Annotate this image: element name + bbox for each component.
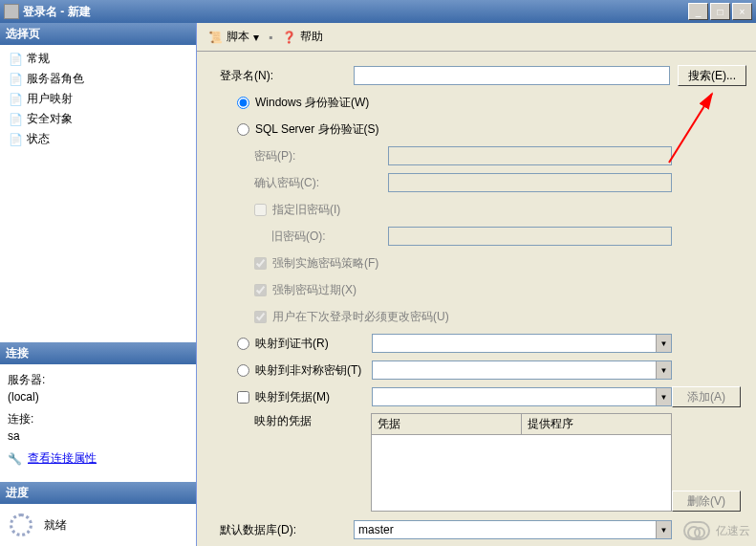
cred-table-body[interactable] xyxy=(371,435,672,512)
enforce-expire-checkbox xyxy=(254,284,267,296)
close-button[interactable]: × xyxy=(732,3,752,20)
map-cred-label: 映射到凭据(M) xyxy=(255,389,372,405)
page-icon: 📄 xyxy=(8,132,23,147)
server-value: (local) xyxy=(8,390,188,404)
enforce-policy-checkbox xyxy=(254,257,267,270)
enforce-policy-label: 强制实施密码策略(F) xyxy=(272,255,378,272)
script-button[interactable]: 📜脚本▾ xyxy=(205,27,263,47)
login-name-input[interactable] xyxy=(354,66,670,85)
cred-col-credential: 凭据 xyxy=(372,414,522,434)
page-status[interactable]: 📄状态 xyxy=(4,129,192,149)
page-icon: 📄 xyxy=(8,92,23,107)
progress-header: 进度 xyxy=(0,482,196,504)
default-db-combo[interactable]: master▼ xyxy=(354,520,672,539)
page-server-roles[interactable]: 📄服务器角色 xyxy=(4,69,192,89)
maximize-button[interactable]: □ xyxy=(710,3,730,20)
search-button[interactable]: 搜索(E)... xyxy=(678,65,746,86)
enforce-expire-label: 强制密码过期(X) xyxy=(272,282,356,298)
sql-auth-label: SQL Server 身份验证(S) xyxy=(255,121,379,138)
form-area: 登录名(N): 搜索(E)... Windows 身份验证(W) SQL Ser… xyxy=(197,52,756,546)
page-general[interactable]: 📄常规 xyxy=(4,49,192,69)
asym-combo[interactable]: ▼ xyxy=(372,360,672,380)
page-tree: 📄常规 📄服务器角色 📄用户映射 📄安全对象 📄状态 xyxy=(0,45,196,153)
select-page-header: 选择页 xyxy=(0,23,196,45)
progress-status: 就绪 xyxy=(44,517,67,534)
map-asym-label: 映射到非对称密钥(T) xyxy=(255,362,372,379)
dropdown-icon: ▾ xyxy=(253,31,259,44)
connection-label: 连接: xyxy=(8,411,188,427)
confirm-password-input xyxy=(388,173,672,192)
help-icon: ❓ xyxy=(282,31,296,44)
password-label: 密码(P): xyxy=(254,148,388,164)
server-label: 服务器: xyxy=(8,372,188,388)
map-cert-label: 映射到证书(R) xyxy=(255,336,372,352)
minimize-button[interactable]: _ xyxy=(688,3,708,20)
mapped-creds-label: 映射的凭据 xyxy=(254,413,371,429)
watermark-logo-icon xyxy=(683,521,710,540)
chevron-down-icon: ▼ xyxy=(656,335,671,352)
old-password-input xyxy=(388,227,672,246)
app-icon xyxy=(4,4,19,19)
add-button[interactable]: 添加(A) xyxy=(672,386,741,407)
chevron-down-icon: ▼ xyxy=(656,388,671,405)
sql-auth-radio[interactable] xyxy=(237,123,249,136)
connection-value: sa xyxy=(8,429,188,443)
must-change-checkbox xyxy=(254,311,267,323)
password-input xyxy=(388,146,672,165)
map-cred-checkbox[interactable] xyxy=(237,391,249,404)
watermark: 亿速云 xyxy=(683,521,750,540)
titlebar: 登录名 - 新建 _ □ × xyxy=(0,0,756,23)
left-pane: 选择页 📄常规 📄服务器角色 📄用户映射 📄安全对象 📄状态 连接 服务器:(l… xyxy=(0,23,197,546)
page-user-mapping[interactable]: 📄用户映射 xyxy=(4,89,192,109)
connection-header: 连接 xyxy=(0,342,196,364)
remove-button[interactable]: 删除(V) xyxy=(672,491,741,512)
view-connection-properties-link[interactable]: 查看连接属性 xyxy=(28,450,97,467)
help-button[interactable]: ❓帮助 xyxy=(278,27,327,47)
cred-col-provider: 提供程序 xyxy=(522,414,671,434)
page-icon: 📄 xyxy=(8,112,23,127)
progress-spinner-icon xyxy=(10,513,32,536)
specify-old-password-label: 指定旧密码(I) xyxy=(272,202,340,218)
login-name-label: 登录名(N): xyxy=(220,68,354,84)
page-securables[interactable]: 📄安全对象 xyxy=(4,109,192,129)
right-pane: 📜脚本▾ ▪ ❓帮助 登录名(N): 搜索(E)... Windows 身份验证… xyxy=(197,23,756,546)
old-password-label: 旧密码(O): xyxy=(254,229,388,245)
cred-table-header: 凭据 提供程序 xyxy=(371,413,672,435)
toolbar-separator: ▪ xyxy=(269,31,272,44)
cert-combo[interactable]: ▼ xyxy=(372,334,672,353)
properties-icon: 🔧 xyxy=(8,452,22,466)
windows-auth-radio[interactable] xyxy=(237,97,249,109)
chevron-down-icon: ▼ xyxy=(656,521,671,538)
window-title: 登录名 - 新建 xyxy=(23,4,686,20)
page-icon: 📄 xyxy=(8,72,23,87)
script-icon: 📜 xyxy=(208,31,223,44)
cred-combo[interactable]: ▼ xyxy=(372,387,672,406)
toolbar: 📜脚本▾ ▪ ❓帮助 xyxy=(197,23,756,52)
map-cert-radio[interactable] xyxy=(237,338,249,350)
default-db-label: 默认数据库(D): xyxy=(220,522,354,538)
page-icon: 📄 xyxy=(8,52,23,67)
windows-auth-label: Windows 身份验证(W) xyxy=(255,95,369,111)
confirm-password-label: 确认密码(C): xyxy=(254,175,388,191)
must-change-label: 用户在下次登录时必须更改密码(U) xyxy=(272,309,449,325)
specify-old-password-checkbox xyxy=(254,204,267,216)
chevron-down-icon: ▼ xyxy=(656,361,671,379)
map-asym-radio[interactable] xyxy=(237,364,249,377)
